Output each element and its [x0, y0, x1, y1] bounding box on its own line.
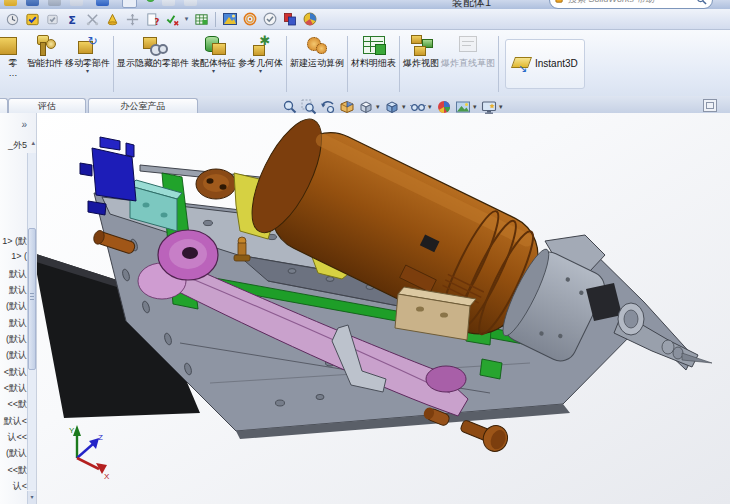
- apply-scene-icon[interactable]: [454, 98, 472, 116]
- undo-icon[interactable]: [96, 0, 109, 6]
- folder-open-icon[interactable]: [4, 0, 17, 6]
- dropdown-caret[interactable]: ▾: [259, 69, 262, 74]
- cm-button-move-component[interactable]: ↻ 移动零部件 ▾: [64, 31, 111, 97]
- tree-item[interactable]: 默认: [9, 284, 27, 297]
- tree-item[interactable]: (默认: [6, 349, 27, 362]
- brown-pulley-small: [196, 169, 236, 199]
- select-tool-icon[interactable]: [122, 0, 137, 8]
- cm-separator: [347, 36, 348, 92]
- tree-item[interactable]: 默认: [9, 268, 27, 281]
- bom-table-icon: [362, 33, 386, 57]
- zoom-area-icon[interactable]: [300, 98, 318, 116]
- doc2-icon[interactable]: [184, 0, 197, 6]
- dropdown-caret[interactable]: ▾: [86, 69, 89, 74]
- triad-z-label: Z: [98, 433, 103, 442]
- tree-item[interactable]: (默认: [6, 333, 27, 346]
- view-orientation-icon[interactable]: [357, 98, 375, 116]
- align-move-icon[interactable]: [123, 10, 141, 28]
- view-settings-icon[interactable]: [480, 98, 498, 116]
- tree-item[interactable]: 认<: [13, 480, 27, 493]
- cm-button-exploded-view[interactable]: 爆炸视图: [402, 31, 440, 97]
- cm-button-assembly-features[interactable]: 装配体特征 ▾: [190, 31, 237, 97]
- photoview-icon[interactable]: [221, 10, 239, 28]
- file-check-icon[interactable]: ?: [143, 10, 161, 28]
- cm-button-explode-line-sketch[interactable]: 爆炸直线草图: [440, 31, 496, 97]
- design-table-icon[interactable]: [192, 10, 210, 28]
- cm-button-reference-geometry[interactable]: ✱ 参考几何体 ▾: [237, 31, 284, 97]
- tree-item-root-fragment[interactable]: _外5: [8, 139, 27, 152]
- tab-evaluate[interactable]: 评估: [8, 98, 86, 113]
- cm-button-insert-components[interactable]: 零 …: [0, 31, 26, 97]
- dropdown-caret[interactable]: ▾: [499, 103, 505, 111]
- expand-panel-chevron[interactable]: »: [21, 119, 27, 130]
- tree-item[interactable]: 默认: [9, 317, 27, 330]
- checkbox-disabled-icon[interactable]: [43, 10, 61, 28]
- tree-item[interactable]: <默认: [4, 382, 27, 395]
- heads-up-toolbar: ▾ ▾ ▾ ▾ ▾: [281, 97, 505, 117]
- tree-item[interactable]: <<默: [7, 464, 27, 477]
- toolbar-separator: [215, 12, 216, 27]
- move-component-icon: ↻: [76, 33, 100, 57]
- edit-appearance-icon[interactable]: [435, 98, 453, 116]
- smart-fastener-icon: [33, 33, 57, 57]
- check-circle-icon[interactable]: [261, 10, 279, 28]
- realview-spiral-icon[interactable]: [241, 10, 259, 28]
- hide-show-items-icon[interactable]: [409, 98, 427, 116]
- history-clock-icon[interactable]: [3, 10, 21, 28]
- tree-item[interactable]: 默认<: [4, 415, 27, 428]
- zoom-fit-icon[interactable]: [281, 98, 299, 116]
- page-icon[interactable]: [70, 0, 83, 6]
- cm-button-smart-fasteners[interactable]: 智能扣件: [26, 31, 64, 97]
- tree-item[interactable]: (默认: [6, 300, 27, 313]
- assembly-features-icon: [202, 33, 226, 57]
- compare-documents-icon[interactable]: [281, 10, 299, 28]
- dropdown-caret[interactable]: ▾: [376, 103, 382, 111]
- origin-triad: Y Z X: [69, 425, 110, 481]
- doc-icon[interactable]: [162, 0, 175, 6]
- display-style-icon[interactable]: [383, 98, 401, 116]
- dropdown-caret[interactable]: ▾: [473, 103, 479, 111]
- equations-sigma-icon[interactable]: Σ: [63, 10, 81, 28]
- costing-pie-icon[interactable]: [301, 10, 319, 28]
- scrollbar-down-arrow[interactable]: ▾: [27, 491, 36, 504]
- tree-item[interactable]: <<默: [7, 398, 27, 411]
- design-binder-icon[interactable]: [23, 10, 41, 28]
- tab-partial[interactable]: [0, 98, 8, 113]
- print-icon[interactable]: [48, 0, 61, 6]
- tree-item[interactable]: 认<<: [7, 431, 27, 444]
- tab-label: 办公室产品: [121, 100, 166, 113]
- command-manager: 零 … 智能扣件 ↻ 移动零部件 ▾ 显示隐藏的零部件: [0, 30, 730, 99]
- cm-button-show-hidden-components[interactable]: 显示隐藏的零部件: [116, 31, 190, 97]
- tree-item[interactable]: (默认: [6, 447, 27, 460]
- reference-geometry-icon: ✱: [249, 33, 273, 57]
- cm-button-instant3d[interactable]: ↘ Instant3D: [505, 39, 585, 89]
- tab-label: 评估: [38, 100, 56, 113]
- tree-item[interactable]: <默认: [4, 366, 27, 379]
- lights-cone-icon[interactable]: [103, 10, 121, 28]
- window-restore-icon[interactable]: [703, 99, 717, 112]
- search-input[interactable]: 搜索 SolidWorks 帮助: [549, 0, 713, 9]
- search-icon[interactable]: [696, 0, 707, 5]
- cm-button-new-motion-study[interactable]: 新建运动算例: [289, 31, 345, 97]
- cm-button-bill-of-materials[interactable]: 材料明细表: [350, 31, 397, 97]
- section-view-icon[interactable]: [338, 98, 356, 116]
- tree-scrollbar[interactable]: [27, 153, 36, 490]
- collapse-arrow-icon[interactable]: ▴: [31, 139, 35, 147]
- belt-pulley-lower: [426, 366, 466, 392]
- verification-icon[interactable]: [163, 10, 181, 28]
- tree-item[interactable]: 1> (默: [2, 235, 27, 248]
- dropdown-caret[interactable]: ▾: [402, 103, 408, 111]
- dropdown-arrow-icon[interactable]: ▾: [183, 15, 190, 23]
- cm-separator: [399, 36, 400, 92]
- feature-manager-panel: » _外5 ▴ 1> (默 1> ( 默认 默认 (默认 默认 (默认 (默认 …: [0, 113, 37, 504]
- tab-office-products[interactable]: 办公室产品: [88, 98, 198, 113]
- dropdown-caret[interactable]: ▾: [212, 69, 215, 74]
- assembly-model[interactable]: Y Z X: [30, 113, 730, 504]
- tree-item[interactable]: 1> (: [11, 251, 27, 261]
- previous-view-icon[interactable]: [319, 98, 337, 116]
- no-external-references-icon[interactable]: [83, 10, 101, 28]
- scrollbar-thumb[interactable]: [28, 228, 36, 370]
- graphics-viewport[interactable]: Y Z X: [30, 113, 730, 504]
- dropdown-caret[interactable]: ▾: [428, 103, 434, 111]
- save-icon[interactable]: [26, 0, 39, 6]
